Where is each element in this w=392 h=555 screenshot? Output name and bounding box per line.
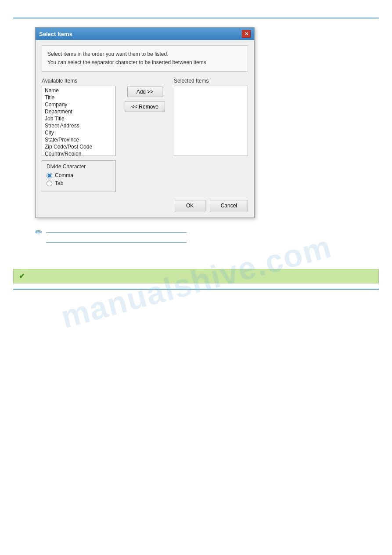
divide-character-label: Divide Character	[47, 163, 111, 170]
select-items-dialog: Select Items ✕ Select items in the order…	[35, 27, 255, 218]
tab-label: Tab	[55, 180, 63, 186]
columns-area: Available Items NameTitleCompanyDepartme…	[42, 78, 248, 192]
selected-items-label: Selected Items	[174, 78, 248, 84]
list-item[interactable]: Street Address	[43, 122, 115, 129]
note-lines	[46, 226, 187, 243]
bottom-divider	[13, 289, 379, 290]
left-panel: Available Items NameTitleCompanyDepartme…	[42, 78, 116, 192]
note-area: ✏	[35, 226, 379, 243]
tab-radio-label[interactable]: Tab	[47, 180, 111, 186]
right-panel: Selected Items	[174, 78, 248, 156]
checkmark-icon: ✔	[19, 272, 25, 280]
list-item[interactable]: Name	[43, 87, 115, 94]
info-line-1: Select items in the order you want them …	[47, 50, 242, 58]
dialog-title: Select Items	[39, 31, 72, 37]
check-banner: ✔	[13, 269, 379, 283]
tab-radio[interactable]	[47, 181, 52, 186]
list-item[interactable]: State/Province	[43, 136, 115, 143]
dialog-titlebar: Select Items ✕	[36, 28, 254, 40]
comma-label: Comma	[55, 172, 73, 178]
list-item[interactable]: Title	[43, 94, 115, 101]
remove-button[interactable]: << Remove	[125, 102, 165, 112]
available-items-list[interactable]: NameTitleCompanyDepartmentJob TitleStree…	[42, 86, 116, 156]
middle-buttons: Add >> << Remove	[120, 87, 169, 112]
list-item[interactable]: City	[43, 129, 115, 136]
pencil-icon: ✏	[35, 227, 43, 237]
dialog-body: Select items in the order you want them …	[36, 40, 254, 218]
note-line-1	[46, 226, 187, 233]
list-item[interactable]: Department	[43, 108, 115, 115]
cancel-button[interactable]: Cancel	[210, 200, 248, 211]
comma-radio-label[interactable]: Comma	[47, 172, 111, 178]
list-item[interactable]: Company	[43, 101, 115, 108]
available-items-label: Available Items	[42, 78, 116, 84]
list-item[interactable]: Country/Region	[43, 150, 115, 156]
comma-radio[interactable]	[47, 173, 52, 178]
info-box: Select items in the order you want them …	[42, 45, 248, 72]
dialog-footer: OK Cancel	[42, 198, 248, 211]
add-button[interactable]: Add >>	[127, 87, 162, 97]
list-item[interactable]: Zip Code/Post Code	[43, 143, 115, 150]
divide-character-section: Divide Character Comma Tab	[42, 160, 116, 192]
ok-button[interactable]: OK	[175, 200, 205, 211]
info-line-2: You can select the separator character t…	[47, 58, 242, 67]
dialog-area: Select Items ✕ Select items in the order…	[0, 18, 392, 247]
note-line-2	[46, 236, 187, 243]
selected-items-list[interactable]	[174, 86, 248, 156]
list-item[interactable]: Job Title	[43, 115, 115, 122]
dialog-close-button[interactable]: ✕	[242, 30, 251, 38]
